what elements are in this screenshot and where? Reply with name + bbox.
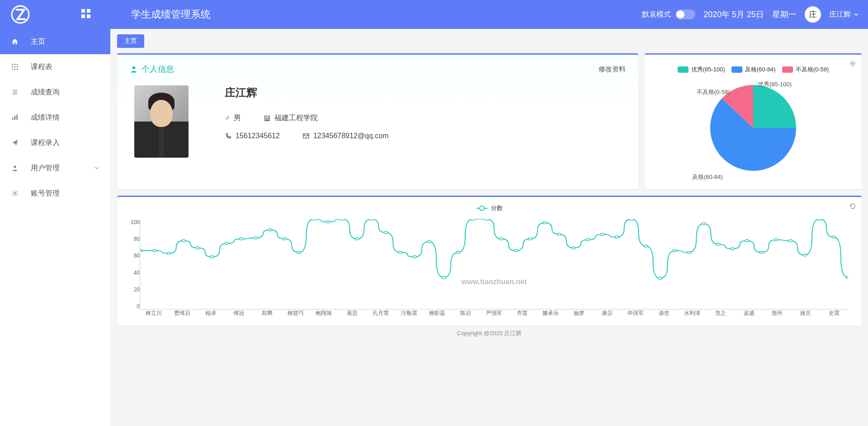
footer: Copyright @2020 庄江辉 [117,326,862,341]
svg-rect-6 [14,64,16,65]
x-tick: 傅冠 [225,309,253,318]
y-tick: 40 [126,270,140,276]
legend-swatch [731,66,742,73]
sidebar-item-1[interactable]: 课程表 [0,54,110,80]
plot-area: www.tiaozhuan.net [140,219,848,309]
gear-icon[interactable] [849,60,856,69]
pie-slice-label: 优秀(85-100) [758,80,792,89]
svg-point-42 [326,220,330,223]
svg-rect-18 [14,116,16,120]
edit-profile-link[interactable]: 修改资料 [599,65,626,74]
svg-point-59 [572,247,576,249]
gear-icon [11,189,19,197]
svg-point-38 [269,229,272,231]
svg-point-60 [586,239,590,241]
x-tick: 林立川 [140,309,168,318]
gender-icon: ♂ [225,114,230,122]
x-tick: 曹维启 [168,309,197,318]
sidebar-item-3[interactable]: 成绩详情 [0,105,110,130]
sidebar-item-2[interactable]: 成绩查询 [0,80,110,105]
svg-rect-7 [17,64,18,65]
svg-rect-1 [81,9,85,13]
svg-point-76 [817,219,821,220]
svg-point-78 [846,276,848,279]
x-tick: 史震 [820,309,849,318]
weekday-text: 星期一 [772,9,797,20]
pie-legend: 优秀(85-100)及格(60-84)不及格(0-59) [654,66,853,74]
sidebar: 主页课程表成绩查询成绩详情课程录入用户管理账号管理 [0,29,111,346]
svg-point-49 [427,240,431,243]
svg-point-51 [456,251,460,253]
legend-item[interactable]: 及格(60-84) [731,66,776,74]
line-chart: 100806040200 www.tiaozhuan.net 林立川曹维启柏泽傅… [140,219,848,318]
svg-point-47 [398,251,402,253]
x-tick: 葛思 [338,309,367,318]
refresh-icon[interactable] [849,202,856,211]
svg-rect-5 [12,64,13,65]
school-field: 福建工程学院 [264,113,318,123]
sidebar-item-4[interactable]: 课程录入 [0,130,110,155]
phone-icon [225,132,232,140]
pie-card: 优秀(85-100)及格(60-84)不及格(0-59) 优秀(85-100)及… [645,53,862,189]
x-tick: 姚言 [792,309,820,318]
sidebar-item-label: 课程表 [31,62,52,72]
svg-point-50 [442,276,445,279]
x-tick: 鲍翔旭 [310,309,338,318]
chevron-down-icon [94,165,99,171]
sidebar-item-5[interactable]: 用户管理 [0,155,110,181]
svg-point-57 [543,221,547,224]
gender-field: ♂ 男 [225,113,241,123]
svg-rect-9 [14,66,16,68]
svg-rect-10 [17,66,18,68]
svg-point-67 [688,251,691,253]
grid-icon [11,63,19,71]
svg-point-62 [615,236,619,238]
svg-point-29 [140,249,142,252]
x-tick: 柳影荔 [423,309,452,318]
user-icon [130,65,138,73]
svg-rect-11 [12,69,13,70]
username: 庄江辉 [829,10,851,19]
svg-rect-8 [12,66,13,68]
svg-point-40 [297,251,301,253]
sidebar-item-label: 用户管理 [31,164,60,173]
svg-point-55 [514,249,518,252]
svg-point-66 [673,249,677,252]
app-title: 学生成绩管理系统 [131,8,642,21]
svg-point-73 [774,239,778,241]
x-tick: 郑腾 [253,309,282,318]
sidebar-item-label: 账号管理 [31,189,60,198]
svg-rect-12 [14,69,16,70]
info-title: 个人信息 [130,64,174,75]
x-tick: 范之 [707,309,735,318]
svg-point-70 [731,248,734,250]
svg-point-44 [355,238,359,240]
x-tick: 汪敬震 [395,309,423,318]
menu-toggle-icon[interactable] [81,9,90,20]
svg-point-34 [211,256,214,258]
mourning-switch[interactable] [675,9,695,19]
tab-home[interactable]: 主页 [117,34,144,48]
svg-point-36 [240,238,243,240]
avatar[interactable]: 庄 [805,6,821,23]
sidebar-item-label: 成绩详情 [31,113,60,122]
sidebar-item-0[interactable]: 主页 [0,29,110,54]
list-icon [11,88,19,96]
user-icon [11,164,19,172]
svg-point-28 [852,63,854,65]
main: 主页 个人信息 修改资料 庄江辉 ♂ 男 [111,29,868,346]
sidebar-item-label: 课程录入 [31,138,60,148]
y-tick: 60 [126,253,140,259]
x-tick: 滕承乐 [537,309,565,318]
legend-item[interactable]: 不及格(0-59) [782,66,829,74]
x-tick: 殷环 [763,309,792,318]
sidebar-item-6[interactable]: 账号管理 [0,181,110,206]
home-icon [11,37,19,46]
svg-point-39 [283,238,287,240]
pie-slice-label: 及格(60-84) [692,173,723,181]
svg-point-65 [659,277,662,280]
user-dropdown[interactable]: 庄江辉 [829,10,859,19]
legend-item[interactable]: 优秀(85-100) [678,66,725,74]
x-tick: 毕强军 [622,309,650,318]
svg-point-21 [14,192,16,194]
